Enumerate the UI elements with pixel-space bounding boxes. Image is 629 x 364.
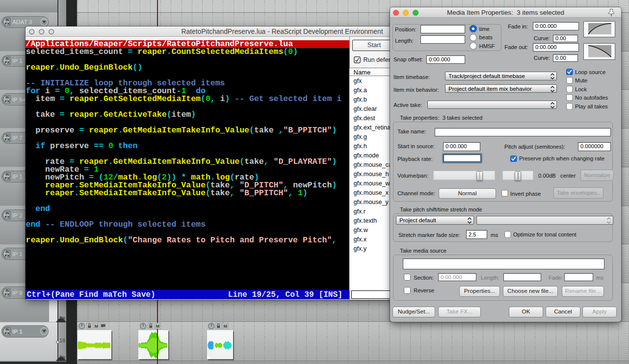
svg-text:FX: FX (5, 137, 10, 142)
svg-text:M: M (223, 324, 227, 329)
svg-text:IN: IN (5, 57, 9, 60)
svg-text:IN: IN (5, 211, 9, 215)
svg-text:IN: IN (5, 328, 9, 331)
svg-text:IN: IN (5, 96, 9, 99)
svg-text:FX: FX (5, 22, 10, 26)
svg-text:IN: IN (5, 18, 9, 22)
svg-text:FX: FX (5, 176, 10, 181)
svg-text:FX: FX (5, 292, 10, 297)
svg-text:IN: IN (5, 173, 9, 176)
svg-text:FX: FX (5, 215, 10, 219)
svg-text:M: M (156, 324, 159, 329)
svg-text:FX: FX (5, 254, 10, 258)
svg-text:IN: IN (5, 289, 9, 292)
svg-text:IN: IN (5, 250, 9, 254)
svg-text:FX: FX (5, 99, 10, 104)
svg-text:M: M (94, 324, 98, 329)
svg-text:FX: FX (5, 331, 10, 336)
svg-text:IN: IN (5, 134, 9, 137)
svg-text:FX: FX (5, 60, 10, 65)
